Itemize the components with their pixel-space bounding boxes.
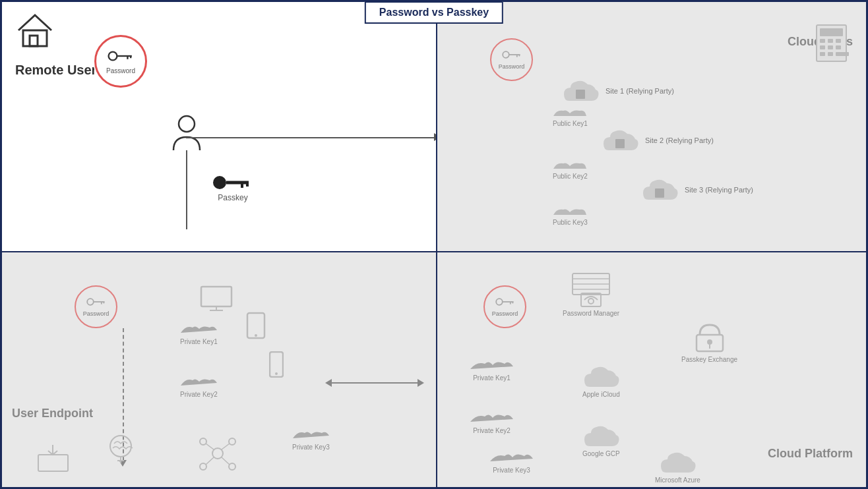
privkey2-br-label: Private Key2 (473, 427, 511, 434)
svg-rect-19 (836, 39, 841, 43)
pubkey3-icon (553, 203, 586, 217)
svg-rect-17 (820, 39, 825, 43)
svg-rect-18 (828, 39, 833, 43)
svg-rect-1 (30, 36, 38, 46)
cloud-icon-3 (642, 177, 678, 203)
svg-rect-25 (836, 52, 849, 56)
quadrant-top-left: Remote User Password (1, 1, 437, 252)
microsoft-azure-group: Microsoft Azure (655, 450, 700, 484)
site2-label: Site 2 (Relying Party) (645, 136, 714, 144)
password-label-br: Password (492, 310, 518, 317)
user-endpoint-label: User Endpoint (12, 406, 93, 421)
password-circle-tr: Password (490, 38, 533, 81)
svg-rect-16 (820, 28, 843, 36)
privkey3-bl-label: Private Key3 (292, 444, 330, 451)
svg-point-29 (87, 299, 94, 305)
privkey3-br: Private Key3 (490, 447, 533, 474)
password-circle-br: Password (483, 285, 526, 328)
horizontal-arrow-line (186, 137, 437, 138)
password-circle-bl: Password (75, 285, 117, 328)
site1-label: Site 1 (Relying Party) (605, 87, 674, 95)
svg-point-7 (213, 176, 226, 189)
svg-rect-28 (655, 188, 664, 198)
brain-icon (104, 432, 137, 467)
passkey-icon-tl: Passkey (213, 173, 253, 202)
key-icon-bl (86, 297, 106, 310)
svg-point-37 (255, 334, 257, 337)
cloud-icon-2 (602, 127, 638, 154)
password-circle-top-left: Password (94, 35, 147, 88)
password-label-tl: Password (106, 67, 135, 74)
pubkey1-group: Public Key1 (553, 104, 588, 127)
key-icon-top-left (108, 49, 134, 66)
phone-icon (269, 351, 284, 378)
svg-rect-20 (820, 45, 825, 49)
svg-rect-23 (820, 52, 825, 56)
privkey2-bl: Private Key2 (180, 371, 218, 398)
cloud-icon-1 (563, 78, 599, 104)
pubkey2-group: Public Key2 (553, 157, 588, 180)
svg-rect-22 (836, 45, 841, 49)
svg-line-47 (206, 457, 214, 465)
svg-point-64 (588, 299, 594, 304)
svg-rect-24 (828, 52, 833, 56)
svg-point-55 (496, 299, 503, 305)
svg-point-2 (109, 51, 117, 60)
svg-point-44 (229, 463, 235, 470)
vertical-line-user (186, 150, 187, 229)
site3-label: Site 3 (Relying Party) (685, 186, 753, 194)
svg-rect-52 (38, 455, 68, 471)
privkey3-br-label: Private Key3 (493, 467, 530, 474)
key-icon-tr (502, 49, 522, 63)
key-icon-br (495, 297, 515, 310)
pubkey1-icon (553, 104, 586, 119)
svg-rect-0 (23, 30, 47, 46)
passkey-exchange-group: Passkey Exchange (681, 318, 737, 363)
svg-point-6 (179, 116, 195, 132)
quadrant-bottom-left: Password User Endpoint (1, 252, 437, 488)
site3-group: Site 3 (Relying Party) (642, 177, 753, 203)
azure-label: Microsoft Azure (655, 476, 700, 484)
privkey1-br: Private Key1 (470, 355, 513, 382)
password-label-bl: Password (83, 310, 109, 317)
pubkey3-label: Public Key3 (553, 219, 588, 226)
password-manager-label: Password Manager (563, 310, 619, 317)
quadrant-bottom-right: Password Password Manager (437, 252, 867, 488)
gcp-label: Google GCP (582, 450, 620, 457)
privkey1-br-label: Private Key1 (473, 374, 511, 382)
tablet-icon (246, 312, 266, 339)
svg-rect-21 (828, 45, 833, 49)
privkey2-bl-label: Private Key2 (180, 391, 218, 398)
site2-group: Site 2 (Relying Party) (602, 127, 714, 154)
hardware-icon (35, 442, 71, 477)
svg-line-48 (222, 457, 230, 465)
svg-point-66 (707, 339, 712, 345)
google-gcp-group: Google GCP (582, 424, 620, 457)
svg-rect-33 (201, 287, 232, 306)
house-icon (15, 12, 55, 51)
svg-point-39 (275, 372, 278, 375)
icloud-label: Apple iCloud (582, 391, 620, 398)
monitor-icon (200, 285, 233, 312)
pubkey2-label: Public Key2 (553, 173, 588, 180)
quadrant-top-right: Password Cloud Sites (437, 1, 867, 252)
passkey-label-tl: Passkey (218, 193, 247, 202)
apple-icloud-group: Apple iCloud (582, 364, 620, 398)
pubkey1-label: Public Key1 (553, 120, 588, 127)
password-label-tr: Password (499, 63, 525, 70)
privkey1-bl: Private Key1 (180, 318, 218, 345)
main-diagram: Password vs Passkey Remote User (0, 0, 868, 489)
privkey2-br: Private Key2 (470, 407, 513, 434)
privkey3-bl: Private Key3 (292, 424, 330, 451)
privkey1-bl-label: Private Key1 (180, 338, 218, 345)
network-icon (197, 435, 239, 474)
svg-point-11 (503, 51, 509, 58)
server-icon-tr (813, 22, 850, 67)
svg-point-49 (110, 436, 131, 457)
svg-line-45 (206, 444, 214, 449)
pubkey2-icon (553, 157, 586, 171)
svg-rect-26 (576, 90, 585, 99)
svg-rect-27 (615, 139, 625, 148)
bidir-arrow-bl (325, 379, 424, 387)
svg-point-40 (212, 448, 223, 459)
